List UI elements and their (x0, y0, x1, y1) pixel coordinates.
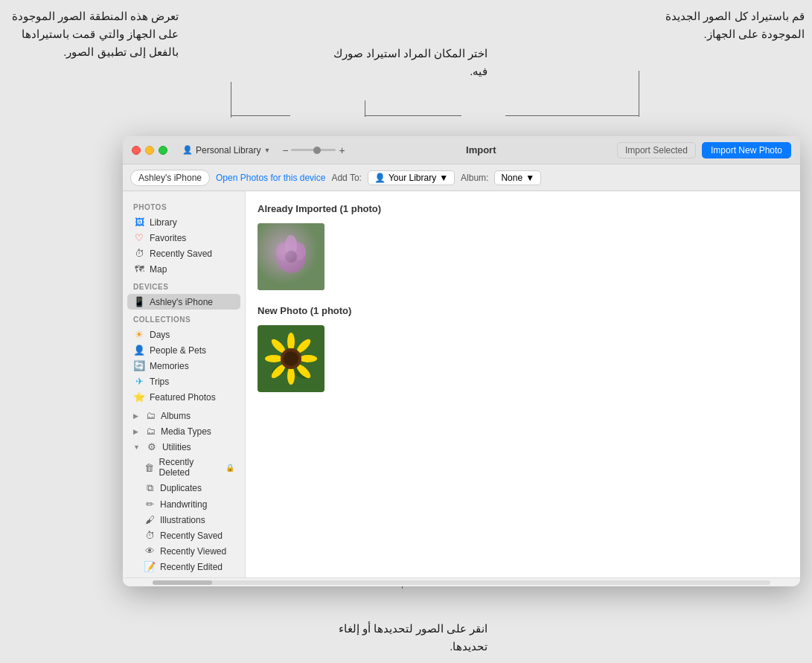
iphone-icon: 📱 (133, 296, 145, 307)
sidebar-duplicates-label: Duplicates (160, 483, 202, 493)
sidebar-item-recently-saved[interactable]: ⏱ Recently Saved (123, 246, 245, 261)
add-to-label: Add To: (331, 173, 361, 183)
sidebar-media-label: Media Types (161, 426, 211, 437)
traffic-lights (132, 146, 167, 155)
sidebar-utilities-label: Utilities (162, 442, 191, 452)
sidebar-item-favorites[interactable]: ♡ Favorites (123, 230, 245, 246)
library-dropdown-arrow: ▼ (263, 147, 270, 154)
your-library-name: Your Library (389, 173, 436, 183)
trips-icon: ✈ (133, 376, 145, 387)
library-pill-arrow: ▼ (439, 173, 448, 183)
person-icon: 👤 (182, 145, 193, 155)
open-photos-button[interactable]: Open Photos for this device (216, 173, 325, 183)
sidebar: Photos 🖼 Library ♡ Favorites ⏱ Recently … (123, 191, 246, 577)
annotation-top-right-text: قم باستيراد كل الصور الجديدة الموجودة عل… (665, 10, 805, 40)
sidebar-group-utilities[interactable]: ▼ ⚙ Utilities (123, 439, 245, 455)
lock-icon: 🔒 (226, 464, 234, 472)
svg-point-12 (265, 355, 283, 362)
sidebar-item-recently-edited[interactable]: 📝 Recently Edited (123, 559, 245, 574)
zoom-plus[interactable]: + (339, 144, 345, 156)
device-tab[interactable]: Ashley's iPhone (130, 170, 210, 186)
svg-point-3 (291, 243, 306, 260)
new-photo-title: New Photo (1 photo) (258, 305, 788, 316)
utilities-icon: ⚙ (146, 441, 158, 452)
featured-icon: ⭐ (133, 391, 145, 403)
media-arrow: ▶ (133, 428, 138, 435)
svg-point-13 (299, 355, 317, 362)
zoom-slider-thumb (313, 147, 321, 154)
svg-point-19 (284, 351, 298, 366)
sidebar-item-map[interactable]: 🗺 Map (123, 261, 245, 277)
svg-point-4 (285, 235, 297, 256)
library-icon: 👤 (374, 173, 386, 183)
sidebar-item-memories[interactable]: 🔄 Memories (123, 358, 245, 374)
sidebar-group-media-types[interactable]: ▶ 🗂 Media Types (123, 423, 245, 439)
app-window: 👤 Personal Library ▼ − + Import Import S… (123, 136, 800, 586)
sidebar-memories-label: Memories (150, 361, 189, 371)
sidebar-item-iphone[interactable]: 📱 Ashley's iPhone (127, 294, 240, 310)
sidebar-section-devices: Devices (123, 277, 245, 294)
zoom-control: − + (282, 144, 345, 156)
content-area: Photos 🖼 Library ♡ Favorites ⏱ Recently … (123, 191, 800, 577)
sidebar-library-label: Library (150, 217, 177, 228)
albums-icon: 🗂 (144, 410, 156, 421)
annotation-bottom: انقر على الصور لتحديدها أو إلغاء تحديدها… (325, 620, 488, 656)
your-library-pill[interactable]: 👤 Your Library ▼ (368, 170, 455, 185)
albums-arrow: ▶ (133, 412, 138, 420)
photo-thumb-imported[interactable] (258, 223, 325, 290)
sidebar-item-duplicates[interactable]: ⧉ Duplicates (123, 480, 245, 496)
recently-saved-util-icon: ⏱ (144, 530, 156, 541)
favorites-icon: ♡ (133, 232, 145, 243)
library-name: Personal Library (196, 145, 260, 156)
scrollbar-track (153, 580, 770, 585)
sidebar-item-trips[interactable]: ✈ Trips (123, 374, 245, 389)
sidebar-item-handwriting[interactable]: ✏ Handwriting (123, 496, 245, 512)
sidebar-map-label: Map (150, 264, 167, 275)
callout-line-right-v (639, 71, 639, 117)
sidebar-days-label: Days (150, 330, 170, 340)
people-pets-icon: 👤 (133, 345, 145, 356)
import-new-button[interactable]: Import New Photo (702, 142, 791, 158)
sidebar-recently-saved-util-label: Recently Saved (160, 531, 223, 541)
sidebar-item-recently-saved-util[interactable]: ⏱ Recently Saved (123, 528, 245, 543)
svg-point-10 (287, 333, 295, 350)
sidebar-item-recently-deleted[interactable]: 🗑 Recently Deleted 🔒 (123, 455, 245, 480)
sidebar-item-illustrations[interactable]: 🖌 Illustrations (123, 512, 245, 528)
svg-point-2 (276, 243, 291, 260)
sidebar-featured-label: Featured Photos (150, 392, 216, 403)
minimize-button[interactable] (145, 146, 154, 155)
album-select[interactable]: None ▼ (494, 170, 541, 185)
recently-viewed-icon: 👁 (144, 545, 156, 557)
maximize-button[interactable] (159, 146, 167, 155)
sidebar-item-featured[interactable]: ⭐ Featured Photos (123, 389, 245, 405)
library-selector[interactable]: 👤 Personal Library ▼ (182, 145, 270, 156)
annotation-top-center: اختر المكان المراد استيراد صورك فيه. (325, 45, 488, 80)
sidebar-illustrations-label: Illustrations (160, 515, 205, 525)
recently-edited-icon: 📝 (144, 561, 156, 572)
horizontal-scrollbar[interactable] (123, 577, 800, 586)
close-button[interactable] (132, 146, 141, 155)
sidebar-people-pets-label: People & Pets (150, 345, 206, 356)
album-label: Album: (461, 173, 488, 183)
scrollbar-thumb[interactable] (153, 580, 212, 585)
sidebar-albums-label: Albums (161, 411, 191, 421)
annotation-bottom-text: انقر على الصور لتحديدها أو إلغاء تحديدها… (339, 622, 488, 653)
zoom-minus[interactable]: − (282, 144, 288, 156)
import-title: Import (345, 144, 617, 156)
sidebar-item-recently-viewed[interactable]: 👁 Recently Viewed (123, 543, 245, 559)
sidebar-item-library[interactable]: 🖼 Library (123, 214, 245, 230)
callout-line-left-h (231, 115, 290, 116)
sidebar-group-albums[interactable]: ▶ 🗂 Albums (123, 408, 245, 423)
sidebar-item-people-pets[interactable]: 👤 People & Pets (123, 342, 245, 358)
days-icon: ☀ (133, 329, 145, 340)
import-selected-button[interactable]: Import Selected (617, 142, 696, 158)
sidebar-section-collections: Collections (123, 310, 245, 327)
callout-line-center-v (365, 100, 365, 117)
svg-point-11 (287, 367, 295, 385)
photo-thumb-new[interactable] (258, 325, 325, 392)
zoom-slider[interactable] (291, 149, 336, 151)
media-icon: 🗂 (144, 426, 156, 437)
recently-deleted-icon: 🗑 (144, 462, 155, 473)
callout-line-center (365, 115, 461, 116)
sidebar-item-days[interactable]: ☀ Days (123, 327, 245, 342)
